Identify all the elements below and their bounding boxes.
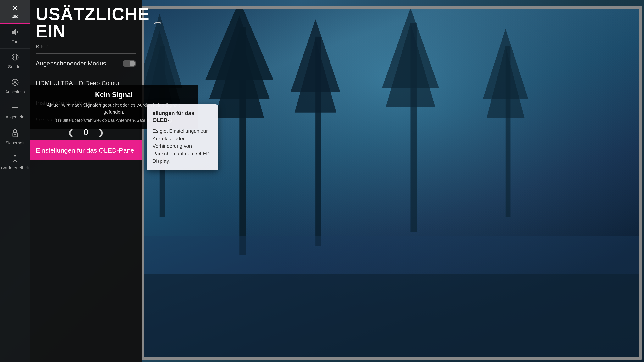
ton-icon (11, 28, 19, 38)
sidebar-label-bild: Bild (12, 14, 18, 19)
svg-line-38 (14, 160, 15, 162)
sicherheit-icon (11, 128, 19, 139)
oled-panel-label: Einstellungen für das OLED-Panel (36, 147, 136, 154)
sidebar: ✳ Bild Ton Sender Anschluss Allgemein Si… (0, 0, 30, 362)
tree-svg (144, 9, 638, 356)
panel-header: USÄTZLICHE EIN ⤺ (30, 0, 142, 40)
sidebar-item-anschluss[interactable]: Anschluss (0, 74, 30, 99)
signal-title: Kein Signal (38, 91, 190, 99)
tooltip-body: Es gibt Einstellungen zur Korrektur oder… (152, 127, 212, 165)
svg-marker-21 (12, 29, 16, 36)
sidebar-label-anschluss: Anschluss (5, 90, 24, 95)
svg-point-33 (14, 134, 16, 135)
allgemein-icon (11, 103, 19, 113)
barrierefreiheit-icon (11, 154, 19, 164)
anschluss-icon (11, 78, 19, 88)
sidebar-label-sicherheit: Sicherheit (6, 140, 24, 145)
back-button[interactable]: ⤺ (154, 17, 162, 29)
breadcrumb: Bild / (30, 40, 142, 52)
augenschonender-toggle[interactable] (122, 60, 136, 67)
augenschonender-modus-label: Augenschonender Modus (36, 60, 106, 67)
sidebar-label-ton: Ton (12, 39, 18, 44)
sidebar-label-sender: Sender (8, 64, 22, 69)
svg-line-39 (15, 160, 16, 162)
settings-panel: USÄTZLICHE EIN ⤺ Bild / Augenschonender … (30, 0, 142, 362)
sidebar-label-barrierefreiheit: Barrierefreiheit (1, 166, 29, 171)
tv-frame (141, 6, 642, 360)
tooltip-popup: ellungen für das OLED- Es gibt Einstellu… (147, 104, 218, 170)
tooltip-title: ellungen für das OLED- (152, 110, 212, 124)
sender-icon (11, 53, 19, 63)
svg-point-35 (14, 155, 16, 157)
page-title: USÄTZLICHE EIN (36, 6, 150, 40)
bild-icon: ✳ (12, 4, 18, 12)
sidebar-item-sicherheit[interactable]: Sicherheit (0, 124, 30, 150)
sidebar-item-sender[interactable]: Sender (0, 49, 30, 74)
sidebar-item-allgemein[interactable]: Allgemein (0, 99, 30, 124)
sidebar-item-bild[interactable]: ✳ Bild (0, 0, 30, 24)
sidebar-item-barrierefreiheit[interactable]: Barrierefreiheit (0, 150, 30, 175)
sidebar-label-allgemein: Allgemein (6, 115, 24, 120)
svg-rect-20 (144, 274, 638, 356)
menu-item-augenschonender-modus[interactable]: Augenschonender Modus (30, 54, 142, 73)
sidebar-item-ton[interactable]: Ton (0, 24, 30, 49)
tree-scene (144, 9, 638, 356)
menu-item-oled-panel[interactable]: Einstellungen für das OLED-Panel (30, 140, 142, 160)
